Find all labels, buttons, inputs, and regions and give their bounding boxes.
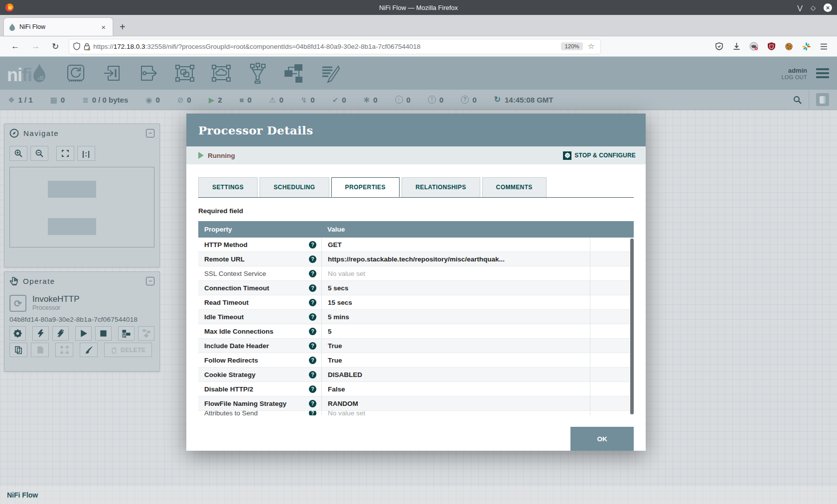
copy-button[interactable]	[9, 343, 27, 357]
table-scrollbar[interactable]	[630, 239, 634, 414]
property-row[interactable]: SSL Context Service?No value set	[198, 266, 634, 281]
last-refreshed-time: 14:45:08 GMT	[505, 96, 554, 104]
running-status-icon	[198, 152, 204, 159]
window-minimize-button[interactable]: ⋁	[797, 4, 803, 11]
help-icon[interactable]: ?	[309, 342, 316, 350]
window-close-button[interactable]: ×	[824, 3, 832, 12]
remote-process-group-component-icon[interactable]	[210, 62, 232, 84]
zoom-actual-size-button[interactable]: |:|	[77, 146, 95, 161]
disable-button[interactable]	[52, 326, 69, 341]
help-icon[interactable]: ?	[309, 400, 316, 407]
multi-account-containers-icon[interactable]	[749, 42, 758, 51]
locally-modified-icon: ✱	[364, 96, 370, 104]
navigate-panel-title: Navigate	[23, 129, 59, 137]
stop-and-configure-button[interactable]: STOP & CONFIGURE	[563, 151, 636, 160]
navigate-collapse-button[interactable]: −	[146, 129, 154, 137]
cookie-extension-icon[interactable]	[784, 42, 793, 51]
browser-tab-nifi-flow[interactable]: NiFi Flow ×	[4, 18, 113, 36]
help-icon[interactable]: ?	[309, 357, 316, 364]
output-port-component-icon[interactable]	[138, 62, 159, 84]
property-row[interactable]: Remote URL?https://repo.stackable.tech/r…	[198, 252, 634, 266]
property-row[interactable]: Read Timeout?15 secs	[198, 295, 634, 310]
forward-button[interactable]: →	[25, 41, 46, 51]
url-bar[interactable]: https://172.18.0.3:32558/nifi/?processGr…	[69, 39, 601, 54]
processor-component-icon[interactable]	[65, 62, 87, 84]
ublock-origin-icon[interactable]	[767, 42, 776, 51]
property-row[interactable]: Connection Timeout?5 secs	[198, 281, 634, 295]
tab-comments[interactable]: COMMENTS	[482, 177, 547, 197]
help-icon[interactable]: ?	[309, 313, 316, 321]
color-button[interactable]	[80, 343, 98, 357]
enable-button[interactable]	[32, 326, 49, 341]
property-row[interactable]: Attributes to Send?No value set	[198, 411, 634, 415]
help-icon[interactable]: ?	[309, 299, 316, 306]
property-row[interactable]: Idle Timeout?5 mins	[198, 310, 634, 324]
upload-template-button[interactable]	[138, 326, 154, 341]
tab-close-icon[interactable]: ×	[99, 23, 108, 31]
property-row[interactable]: FlowFile Naming Strategy?RANDOM	[198, 396, 634, 411]
template-component-icon[interactable]	[283, 62, 305, 84]
help-icon[interactable]: ?	[309, 328, 316, 335]
refresh-icon[interactable]: ↻	[494, 96, 501, 104]
url-text[interactable]: https://172.18.0.3:32558/nifi/?processGr…	[93, 43, 558, 50]
funnel-component-icon[interactable]	[247, 62, 269, 84]
property-value: RANDOM	[321, 396, 590, 410]
reload-button[interactable]: ↻	[46, 41, 65, 52]
app-menu-icon[interactable]	[819, 42, 828, 51]
create-template-button[interactable]	[118, 326, 135, 341]
new-tab-button[interactable]: +	[114, 21, 132, 36]
ok-button[interactable]: OK	[570, 427, 634, 451]
property-row[interactable]: Max Idle Connections?5	[198, 324, 634, 339]
page-zoom-indicator[interactable]: 120%	[561, 42, 582, 50]
help-icon[interactable]: ?	[309, 371, 316, 378]
property-row[interactable]: Disable HTTP/2?False	[198, 382, 634, 396]
help-icon[interactable]: ?	[309, 411, 316, 415]
browser-tabstrip: NiFi Flow × +	[0, 15, 837, 36]
tab-relationships[interactable]: RELATIONSHIPS	[402, 177, 480, 197]
property-row[interactable]: Cookie Strategy?DISABLED	[198, 368, 634, 382]
group-button[interactable]	[55, 343, 73, 357]
help-icon[interactable]: ?	[309, 270, 316, 277]
dialog-body: SETTINGSSCHEDULINGPROPERTIESRELATIONSHIP…	[198, 164, 634, 451]
help-icon[interactable]: ?	[309, 385, 316, 393]
operate-collapse-button[interactable]: −	[146, 277, 154, 285]
stop-button[interactable]	[95, 326, 112, 341]
zoom-out-button[interactable]	[30, 146, 48, 161]
input-port-component-icon[interactable]	[101, 62, 123, 84]
delete-button[interactable]: DELETE	[104, 343, 152, 357]
birdseye-minimap[interactable]	[9, 167, 154, 248]
connection-lock-icon[interactable]	[84, 43, 90, 50]
tracking-shield-icon[interactable]	[73, 42, 80, 50]
tab-settings[interactable]: SETTINGS	[198, 177, 258, 197]
logout-link[interactable]: LOG OUT	[781, 74, 807, 80]
tab-properties[interactable]: PROPERTIES	[331, 177, 400, 197]
properties-table-header: Property Value	[198, 221, 634, 238]
configure-button[interactable]	[9, 326, 26, 341]
protections-shield-icon[interactable]	[714, 42, 723, 51]
paste-button[interactable]	[31, 343, 49, 357]
search-icon[interactable]	[793, 96, 802, 104]
help-icon[interactable]: ?	[309, 284, 316, 292]
breadcrumb[interactable]: NiFi Flow	[0, 486, 837, 504]
global-menu-icon[interactable]	[815, 66, 830, 80]
help-icon[interactable]: ?	[309, 255, 316, 263]
property-row[interactable]: Include Date Header?True	[198, 339, 634, 353]
dialog-tabs: SETTINGSSCHEDULINGPROPERTIESRELATIONSHIP…	[198, 177, 634, 198]
help-icon[interactable]: ?	[309, 241, 316, 249]
tab-scheduling[interactable]: SCHEDULING	[260, 177, 329, 197]
property-name: Read Timeout	[204, 299, 309, 306]
extension-pinwheel-icon[interactable]	[802, 42, 811, 51]
label-component-icon[interactable]	[319, 62, 341, 84]
bookmark-star-icon[interactable]: ☆	[586, 42, 596, 51]
start-button[interactable]	[75, 326, 92, 341]
back-button[interactable]: ←	[5, 41, 25, 51]
zoom-in-button[interactable]	[9, 146, 27, 161]
screen: NiFi Flow — Mozilla Firefox ⋁ ◇ × NiFi F…	[0, 0, 837, 504]
property-row[interactable]: HTTP Method?GET	[198, 238, 634, 252]
property-row[interactable]: Follow Redirects?True	[198, 353, 634, 368]
birdseye-toggle-icon[interactable]	[816, 93, 829, 106]
zoom-fit-button[interactable]	[56, 146, 74, 161]
downloads-icon[interactable]	[732, 42, 741, 51]
window-maximize-button[interactable]: ◇	[811, 4, 816, 11]
process-group-component-icon[interactable]	[174, 62, 196, 84]
